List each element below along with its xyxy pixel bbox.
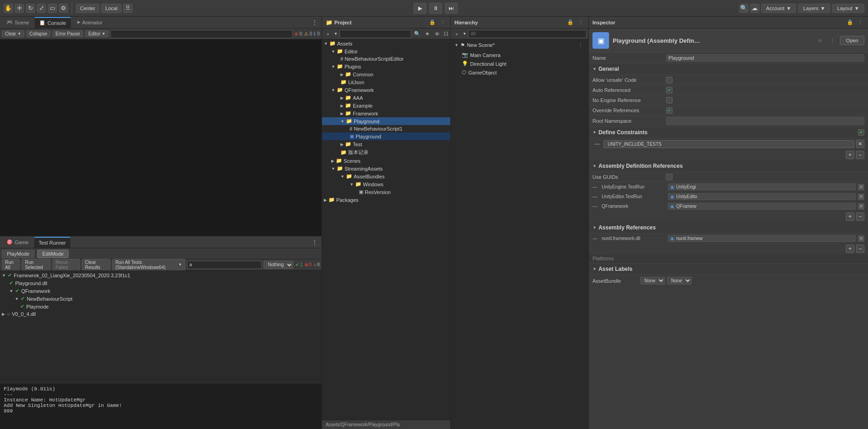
play-button[interactable]: ▶ (414, 3, 426, 14)
inspector-star-icon[interactable]: ☆ (816, 36, 824, 45)
hierarchy-menu-btn[interactable]: ⋮ (576, 18, 585, 27)
ref-remove-1-btn[interactable]: ✕ (858, 184, 864, 190)
search-icon[interactable]: 🔍 (413, 30, 421, 38)
editor-dropdown[interactable]: Editor ▼ (85, 30, 109, 37)
new-behaviour-script-editor[interactable]: # NewBehaviourScriptEditor (322, 55, 450, 63)
project-search-input[interactable] (339, 30, 411, 38)
test-item[interactable]: ▼ ✔ NewBehaviourScript (0, 295, 322, 303)
framework-folder[interactable]: ▶ 📁 Framework (322, 109, 450, 117)
name-value[interactable]: Playground (666, 54, 864, 62)
override-refs-checkbox[interactable]: ✔ (666, 107, 673, 114)
tab-game[interactable]: 🎯 Game (2, 237, 33, 248)
auto-ref-checkbox-icon[interactable]: ✔ (666, 87, 673, 93)
constraints-add-btn[interactable]: + (846, 151, 854, 159)
rect-tool-icon[interactable]: ▭ (48, 4, 57, 13)
search-collab-icon[interactable]: 🔍 (739, 4, 748, 13)
ref-value-3[interactable]: ▣ QFramew (668, 203, 856, 210)
open-button[interactable]: Open (840, 36, 864, 45)
streaming-assets-folder[interactable]: ▼ 📁 StreamingAssets (322, 165, 450, 172)
step-button[interactable]: ⏭ (445, 3, 458, 14)
hierarchy-lock-icon[interactable]: 🔒 (566, 18, 575, 27)
use-guids-checkbox[interactable] (666, 174, 673, 180)
add-asset-button[interactable]: + (324, 30, 332, 38)
constraint-remove-btn[interactable]: ✕ (856, 140, 864, 148)
asm-refs-add-btn[interactable]: + (846, 212, 854, 221)
playground-asmdef[interactable]: ▣ Playground (322, 132, 450, 140)
ref-remove-3-btn[interactable]: ✕ (858, 203, 864, 210)
new-behaviour-script1[interactable]: # NewBehaviourScript1 (322, 125, 450, 132)
test-item[interactable]: ✔ Playground.dll (0, 279, 322, 287)
hierarchy-add-button[interactable]: + (453, 30, 461, 38)
windows-folder[interactable]: ▼ 📁 Windows (322, 180, 450, 188)
ref-remove-2-btn[interactable]: ✕ (858, 194, 864, 200)
scene-menu-btn[interactable]: ⋮ (576, 41, 585, 49)
run-selected-button[interactable]: Run Selected (22, 259, 50, 271)
collapse-button[interactable]: Collapse (26, 30, 51, 37)
aaa-folder[interactable]: ▶ 📁 AAA (322, 94, 450, 102)
ref2-remove-1-btn[interactable]: ✕ (858, 235, 864, 242)
playmode-btn[interactable]: PlayMode (2, 250, 34, 258)
error-pause-button[interactable]: Error Pause (52, 30, 83, 37)
assets-root[interactable]: ▼ 📁 Assets (322, 40, 450, 47)
directional-light-object[interactable]: 💡 Directional Light (451, 59, 588, 68)
console-search-input[interactable] (110, 30, 293, 38)
scenes-folder[interactable]: ▶ 📁 Scenes (322, 157, 450, 165)
ref-value-2[interactable]: ▣ UnityEdito (668, 193, 856, 200)
star-filter-icon[interactable]: ★ (423, 30, 431, 38)
layers-dropdown[interactable]: Layers ▼ (798, 4, 830, 13)
pause-button[interactable]: ⏸ (429, 3, 442, 14)
playground-folder[interactable]: ▼ 📁 Playground (322, 117, 450, 125)
test-folder[interactable]: ▶ 📁 Test (322, 140, 450, 148)
tab-animator[interactable]: ➤ Animator (72, 17, 107, 28)
litjson-folder[interactable]: 📁 LitJson (322, 78, 450, 86)
hand-tool-icon[interactable]: ✋ (4, 4, 13, 13)
unsafe-checkbox-icon[interactable] (666, 77, 673, 83)
tab-scene[interactable]: 🎮 Scene (2, 17, 34, 28)
common-folder[interactable]: ▶ 📁 Common (322, 70, 450, 78)
override-checkbox-icon[interactable]: ✔ (666, 107, 673, 114)
run-all-button[interactable]: Run All (2, 259, 20, 271)
constraints-remove-btn[interactable]: − (856, 151, 864, 159)
editmode-btn[interactable]: EditMode (37, 250, 69, 258)
inspector-menu-btn[interactable]: ⋮ (856, 18, 864, 27)
test-filter-input[interactable] (187, 261, 262, 269)
define-constraints-checkbox[interactable]: ✔ (858, 129, 864, 136)
lower-tab-menu-btn[interactable]: ⋮ (310, 239, 320, 246)
clear-button[interactable]: Clear ▼ (2, 30, 24, 37)
account-dropdown[interactable]: Account ▼ (761, 4, 797, 13)
editor-folder[interactable]: ▼ 📁 Editor (322, 47, 450, 55)
auto-referenced-checkbox[interactable]: ✔ (666, 87, 673, 93)
test-filter-select[interactable]: Nothing (264, 261, 293, 269)
asset-bundles-folder[interactable]: ▼ 📁 AssetBundles (322, 172, 450, 180)
scene-root[interactable]: ▼ ⚑ New Scene* ⋮ (451, 40, 588, 51)
move-tool-icon[interactable]: ✛ (15, 4, 24, 13)
center-button[interactable]: Center (76, 4, 99, 13)
rotate-tool-icon[interactable]: ↻ (26, 4, 35, 13)
lock-icon[interactable]: 🔒 (428, 18, 437, 27)
tab-test-runner[interactable]: Test Runner (34, 237, 70, 248)
grid-icon[interactable]: ⠿ (123, 4, 132, 13)
inspector-overflow-btn[interactable]: ⋮ (828, 36, 836, 45)
top-tab-menu-btn[interactable]: ⋮ (310, 19, 320, 26)
ref-value-1[interactable]: ▣ UnityEngi (668, 183, 856, 190)
test-item[interactable]: ✔ Playmode (0, 303, 322, 310)
custom-tool-icon[interactable]: ⚙ (59, 4, 68, 13)
no-engine-ref-checkbox[interactable] (666, 97, 673, 103)
asm-refs-remove-btn[interactable]: − (856, 212, 864, 221)
asset-bundle-select-2[interactable]: None (667, 277, 692, 285)
run-all-tests-button[interactable]: Run All Tests (StandaloneWindows64) ▼ (112, 259, 185, 271)
test-item[interactable]: ▼ ✔ QFramework (0, 287, 322, 295)
tab-console[interactable]: 📋 Console (34, 17, 70, 28)
no-engine-checkbox-icon[interactable] (666, 97, 673, 103)
inspector-lock-icon[interactable]: 🔒 (846, 18, 854, 27)
qframework-folder[interactable]: ▼ 📁 QFramework (322, 86, 450, 94)
use-guids-checkbox-icon[interactable] (666, 174, 673, 180)
main-camera-object[interactable]: 📷 Main Camera (451, 51, 588, 59)
root-namespace-input[interactable] (666, 117, 864, 125)
asset-bundle-select-1[interactable]: None (640, 277, 665, 285)
packages-folder[interactable]: ▶ 📁 Packages (322, 196, 450, 204)
example-folder[interactable]: ▶ 📁 Example (322, 102, 450, 109)
eye-icon[interactable]: 👁 (433, 30, 442, 38)
ref2-value-1[interactable]: ▣ nunit.framew (668, 235, 856, 242)
cloud-icon[interactable]: ☁ (750, 4, 759, 13)
